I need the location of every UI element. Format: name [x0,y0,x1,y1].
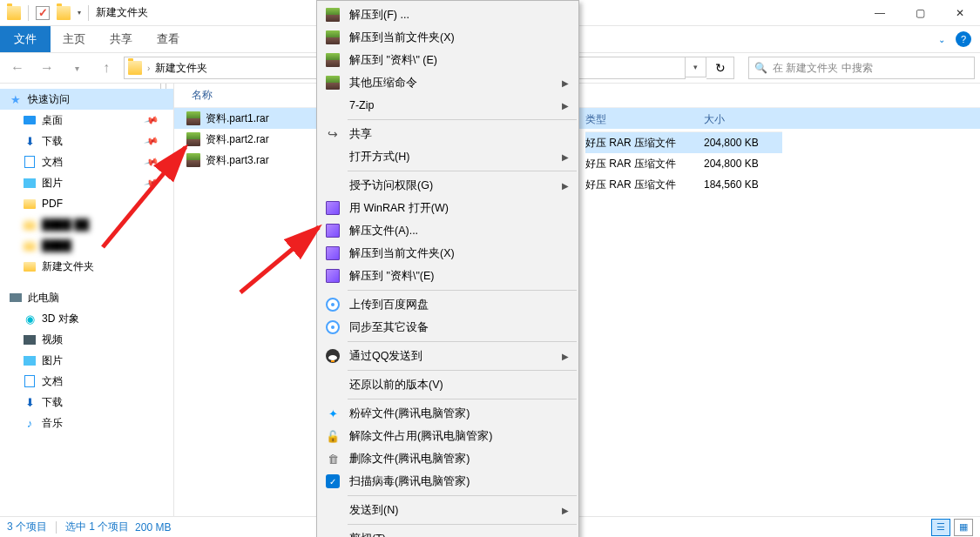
context-menu-item[interactable]: 授予访问权限(G)▶ [318,174,578,197]
context-menu-item[interactable]: 解压到当前文件夹(X) [318,26,578,49]
context-menu-item[interactable]: 解压文件(A)... [318,219,578,242]
ribbon-tab-view[interactable]: 查看 [145,26,192,52]
document-icon [24,156,35,168]
file-detail-row[interactable]: 好压 RAR 压缩文件 184,560 KB [585,174,782,195]
context-menu-separator [348,290,577,291]
pictures-icon [24,356,36,366]
context-menu-item[interactable]: 发送到(N)▶ [318,499,578,521]
search-input[interactable]: 🔍 在 新建文件夹 中搜索 [748,57,975,79]
lock-icon: 🔓 [325,428,341,444]
address-folder-icon [128,61,142,75]
nav-this-pc[interactable]: 此电脑 [0,287,173,308]
ribbon-file-tab[interactable]: 文件 [0,26,51,52]
svg-line-0 [103,147,186,247]
submenu-arrow-icon: ▶ [562,506,569,515]
context-menu-item[interactable]: 解压到 "资料\"(E) [318,265,578,287]
address-dropdown[interactable]: ▾ [686,57,706,77]
context-menu-item[interactable]: 7-Zip▶ [318,94,578,117]
ribbon-tab-share[interactable]: 共享 [98,26,145,52]
column-type[interactable]: 类型 [585,112,704,127]
qat-properties-icon[interactable]: ✓ [36,6,50,20]
context-menu-item[interactable]: 打开方式(H)▶ [318,145,578,168]
star-icon: ★ [9,92,23,106]
nav-videos[interactable]: 视频 [0,329,173,350]
nav-pictures2[interactable]: 图片 [0,350,173,371]
file-detail-row[interactable]: 好压 RAR 压缩文件 204,800 KB [585,153,782,174]
blank-icon [325,531,341,537]
context-menu-item[interactable]: 上传到百度网盘 [318,293,578,316]
nav-music[interactable]: ♪音乐 [0,413,173,433]
blank-icon [325,178,341,193]
submenu-arrow-icon: ▶ [562,152,569,162]
nav-3d-objects[interactable]: ◉3D 对象 [0,308,173,329]
context-menu-item[interactable]: 用 WinRAR 打开(W) [318,197,578,219]
submenu-arrow-icon: ▶ [562,101,569,111]
baidu-icon [325,319,341,335]
ribbon-tab-home[interactable]: 主页 [51,26,98,52]
nav-up-button[interactable]: ↑ [94,56,118,80]
breadcrumb-sep-icon[interactable]: › [147,64,150,73]
nav-forward-button[interactable]: → [35,56,59,80]
help-icon[interactable]: ? [956,31,971,47]
breadcrumb-current[interactable]: 新建文件夹 [155,61,207,76]
nav-desktop[interactable]: 桌面📌 [0,110,173,131]
trash-icon: 🗑 [325,451,341,467]
file-size: 204,800 KB [704,137,782,149]
close-button[interactable]: ✕ [940,0,980,26]
context-menu-label: 上传到百度网盘 [349,298,429,312]
column-size[interactable]: 大小 [704,112,782,127]
context-menu-label: 用 WinRAR 打开(W) [349,201,449,216]
nav-documents2[interactable]: 文档 [0,371,173,392]
context-menu-label: 删除文件(腾讯电脑管家) [349,452,470,467]
context-menu-item[interactable]: 解压到(F) ... [318,3,578,26]
context-menu-label: 粉碎文件(腾讯电脑管家) [349,406,470,421]
context-menu-label: 打开方式(H) [349,150,409,164]
nav-downloads2[interactable]: ⬇下载 [0,392,173,413]
submenu-arrow-icon: ▶ [562,78,569,88]
nav-new-folder[interactable]: 新建文件夹 [0,256,173,277]
file-detail-row[interactable]: 好压 RAR 压缩文件 204,800 KB [585,132,782,153]
maximize-button[interactable]: ▢ [900,0,940,26]
blank-icon [325,377,341,393]
status-selected: 选中 1 个项目 [65,520,129,534]
context-menu-item[interactable]: 其他压缩命令▶ [318,71,578,94]
pc-icon [10,293,22,302]
context-menu-label: 授予访问权限(G) [349,178,433,193]
context-menu-item[interactable]: 还原以前的版本(V) [318,373,578,396]
view-details-button[interactable]: ☰ [931,519,950,536]
qat-open-icon[interactable] [57,6,71,20]
context-menu-item[interactable]: 通过QQ发送到▶ [318,345,578,367]
context-menu-item[interactable]: 🔓解除文件占用(腾讯电脑管家) [318,425,578,447]
document-icon [24,375,35,387]
file-type: 好压 RAR 压缩文件 [585,136,704,151]
context-menu-item[interactable]: ↪共享 [318,123,578,145]
nav-back-button[interactable]: ← [5,56,30,80]
qat-dropdown-icon[interactable]: ▾ [78,9,81,17]
context-menu-item[interactable]: 解压到当前文件夹(X) [318,242,578,265]
download-icon: ⬇ [23,134,37,148]
folder-icon [24,199,36,209]
music-icon: ♪ [23,416,37,430]
context-menu-label: 还原以前的版本(V) [349,378,443,393]
context-menu: 解压到(F) ...解压到当前文件夹(X)解压到 "资料\" (E)其他压缩命令… [316,0,579,537]
ribbon-collapse-icon[interactable]: ⌄ [938,35,945,44]
context-menu-item[interactable]: 同步至其它设备 [318,316,578,339]
nav-quick-access[interactable]: ★ 快速访问 [0,89,173,110]
refresh-button[interactable]: ↻ [706,57,734,79]
nav-recent-dropdown[interactable]: ▾ [64,56,89,80]
winrar-icon [325,200,341,216]
pictures-icon [24,178,36,188]
context-menu-item[interactable]: 扫描病毒(腾讯电脑管家) [318,470,578,493]
view-icons-button[interactable]: ▦ [954,519,973,536]
folder-icon [24,262,36,272]
context-menu-separator [348,119,577,120]
context-menu-item[interactable]: ✦粉碎文件(腾讯电脑管家) [318,402,578,425]
context-menu-label: 解压到 "资料\"(E) [349,269,434,284]
context-menu-item[interactable]: 🗑删除文件(腾讯电脑管家) [318,447,578,470]
status-item-count: 3 个项目 [7,520,47,534]
submenu-arrow-icon: ▶ [562,181,569,191]
svg-line-1 [240,227,319,292]
context-menu-item[interactable]: 解压到 "资料\" (E) [318,49,578,71]
minimize-button[interactable]: — [860,0,900,26]
context-menu-item[interactable]: 剪切(T) [318,527,578,537]
